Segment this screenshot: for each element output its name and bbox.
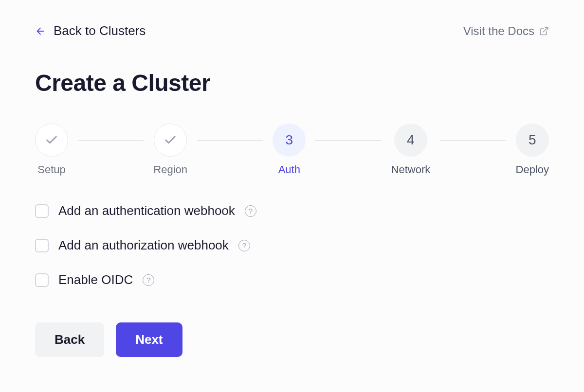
step-connector (440, 140, 506, 141)
checkbox-authorization-webhook[interactable] (35, 239, 49, 252)
step-circle-upcoming: 5 (516, 124, 549, 157)
help-icon[interactable]: ? (238, 240, 250, 251)
option-authentication-webhook: Add an authentication webhook ? (35, 203, 549, 218)
stepper: Setup Region 3 Auth 4 Network 5 Deploy (35, 124, 549, 176)
header-row: Back to Clusters Visit the Docs (35, 23, 549, 38)
svg-line-1 (543, 27, 548, 32)
page-title: Create a Cluster (35, 70, 549, 96)
visit-docs-link[interactable]: Visit the Docs (463, 24, 549, 38)
check-icon (164, 133, 177, 147)
step-network[interactable]: 4 Network (391, 124, 431, 176)
help-icon[interactable]: ? (245, 205, 256, 217)
docs-link-label: Visit the Docs (463, 24, 534, 38)
step-connector (78, 140, 144, 141)
checkbox-label[interactable]: Add an authentication webhook (58, 203, 235, 218)
checkbox-label[interactable]: Add an authorization webhook (58, 238, 229, 253)
step-label: Setup (37, 163, 66, 176)
step-auth[interactable]: 3 Auth (273, 124, 306, 176)
step-deploy[interactable]: 5 Deploy (516, 124, 549, 176)
step-connector (197, 140, 263, 141)
check-icon (45, 133, 58, 147)
back-to-clusters-link[interactable]: Back to Clusters (35, 23, 146, 38)
auth-options: Add an authentication webhook ? Add an a… (35, 203, 549, 287)
step-label: Deploy (516, 163, 549, 176)
checkbox-enable-oidc[interactable] (35, 273, 49, 287)
step-label: Network (391, 163, 431, 176)
step-label: Auth (278, 163, 300, 176)
step-region[interactable]: Region (153, 124, 187, 176)
step-circle-completed (154, 124, 187, 157)
step-circle-active: 3 (273, 124, 306, 157)
option-authorization-webhook: Add an authorization webhook ? (35, 238, 549, 253)
back-link-label: Back to Clusters (54, 23, 146, 38)
option-enable-oidc: Enable OIDC ? (35, 272, 549, 287)
step-circle-completed (35, 124, 68, 157)
checkbox-authentication-webhook[interactable] (35, 204, 49, 218)
external-link-icon (539, 26, 549, 36)
next-button[interactable]: Next (116, 322, 182, 357)
step-label: Region (153, 163, 187, 176)
button-row: Back Next (35, 322, 549, 357)
step-circle-upcoming: 4 (394, 124, 427, 157)
step-connector (315, 140, 381, 141)
step-setup[interactable]: Setup (35, 124, 68, 176)
help-icon[interactable]: ? (143, 274, 154, 286)
arrow-left-icon (35, 26, 46, 36)
checkbox-label[interactable]: Enable OIDC (58, 272, 133, 287)
back-button[interactable]: Back (35, 322, 104, 357)
